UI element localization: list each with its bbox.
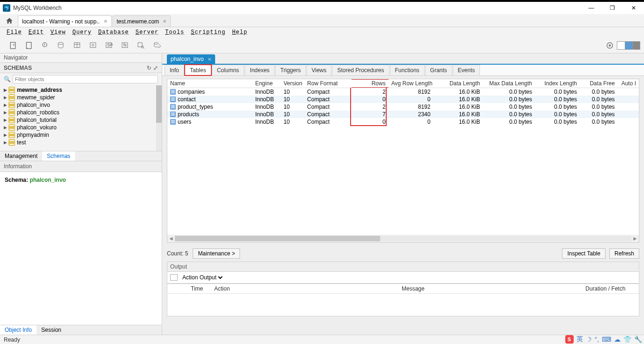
close-icon[interactable]: ✕	[163, 19, 166, 24]
tab-session[interactable]: Session	[37, 325, 66, 335]
schema-item[interactable]: ▶mewme_spider	[0, 94, 162, 101]
col-maxdatalen[interactable]: Max Data Length	[483, 79, 535, 88]
svg-line-17	[143, 47, 144, 48]
tab-views[interactable]: Views	[307, 65, 332, 75]
tab-events[interactable]: Events	[453, 65, 480, 75]
scroll-right-icon[interactable]: ►	[631, 235, 639, 242]
col-autoinc[interactable]: Auto I	[618, 79, 639, 88]
output-view-icon[interactable]	[170, 274, 178, 281]
home-icon[interactable]	[3, 15, 16, 27]
inspect-table-button[interactable]: Inspect Table	[562, 248, 606, 259]
punct-icon[interactable]: °,	[595, 336, 599, 343]
minimize-button[interactable]: —	[581, 2, 602, 14]
maintenance-button[interactable]: Maintenance >	[193, 248, 240, 259]
sql-tab[interactable]: phalcon_invo ✕	[167, 54, 215, 64]
tab-info[interactable]: Info	[165, 65, 184, 75]
schema-item[interactable]: ▶phalcon_tutorial	[0, 116, 162, 124]
sogou-ime-icon[interactable]: S	[565, 335, 574, 344]
col-action[interactable]: Action	[211, 284, 399, 294]
menu-tools[interactable]: Tools	[165, 29, 184, 36]
tab-tables[interactable]: Tables	[185, 65, 211, 75]
tab-schemas[interactable]: Schemas	[42, 151, 75, 161]
schema-item[interactable]: ▶mewme_address	[0, 86, 162, 94]
tab-indexes[interactable]: Indexes	[245, 65, 275, 75]
schema-item[interactable]: ▶phalcon_robotics	[0, 109, 162, 116]
filter-input[interactable]	[13, 75, 158, 83]
tab-grants[interactable]: Grants	[425, 65, 452, 75]
col-time[interactable]: Time	[188, 284, 211, 294]
moon-icon[interactable]: ☽	[586, 336, 592, 343]
menu-database[interactable]: Database	[98, 29, 129, 36]
create-table-icon[interactable]	[72, 40, 82, 51]
keyboard-icon[interactable]: ⌨	[602, 336, 611, 343]
connection-tab-localhost[interactable]: localhost - Warning - not supp.. ✕	[18, 15, 112, 27]
settings-icon[interactable]	[605, 40, 615, 51]
col-name[interactable]: Name	[167, 79, 252, 88]
menu-scripting[interactable]: Scripting	[191, 29, 225, 36]
inspector-icon[interactable]: i	[40, 40, 51, 51]
table-row[interactable]: usersInnoDB10Compact0016.0 KiB0.0 bytes0…	[167, 118, 639, 126]
tab-functions[interactable]: Functions	[390, 65, 425, 75]
table-row[interactable]: contactInnoDB10Compact0016.0 KiB0.0 byte…	[167, 96, 639, 103]
menu-edit[interactable]: Edit	[29, 29, 44, 36]
col-datalen[interactable]: Data Length	[433, 79, 483, 88]
table-row[interactable]: productsInnoDB10Compact7234016.0 KiB0.0 …	[167, 111, 639, 118]
table-row[interactable]: companiesInnoDB10Compact2819216.0 KiB0.0…	[167, 88, 639, 96]
tab-triggers[interactable]: Triggers	[275, 65, 306, 75]
open-sql-icon[interactable]	[24, 40, 35, 51]
maximize-button[interactable]: ❐	[602, 2, 623, 14]
panel-toggle[interactable]	[617, 41, 640, 50]
create-procedure-icon[interactable]: SP	[104, 40, 114, 51]
tables-grid[interactable]: Name Engine Version Row Format Rows Avg …	[167, 79, 639, 235]
close-icon[interactable]: ✕	[208, 57, 211, 62]
col-avgrowlen[interactable]: Avg Row Length	[389, 79, 434, 88]
schema-item[interactable]: ▶phalcon_vokuro	[0, 124, 162, 131]
svg-point-5	[58, 42, 63, 45]
search-table-icon[interactable]	[136, 40, 146, 51]
close-icon[interactable]: ✕	[104, 19, 107, 24]
menu-help[interactable]: Help	[232, 29, 247, 36]
tab-stored-procedures[interactable]: Stored Procedures	[332, 65, 389, 75]
col-rows[interactable]: Rows	[352, 79, 389, 88]
refresh-icon[interactable]: ↻	[147, 65, 151, 71]
wrench-icon[interactable]: 🔧	[634, 336, 642, 343]
table-row[interactable]: product_typesInnoDB10Compact2819216.0 Ki…	[167, 103, 639, 111]
schema-item[interactable]: ▶test	[0, 139, 162, 146]
menu-file[interactable]: File	[7, 29, 22, 36]
navigator-header: Navigator	[0, 53, 162, 63]
reconnect-icon[interactable]	[152, 40, 162, 51]
menu-server[interactable]: Server	[135, 29, 158, 36]
expand-icon[interactable]: ⤢	[153, 65, 158, 71]
refresh-button[interactable]: Refresh	[609, 248, 639, 259]
col-datafree[interactable]: Data Free	[580, 79, 618, 88]
horizontal-scrollbar[interactable]: ◄ ►	[167, 235, 639, 242]
col-duration[interactable]: Duration / Fetch	[583, 284, 639, 294]
skin-icon[interactable]: 👕	[623, 336, 631, 343]
connection-tab-mewme[interactable]: test.mewme.com ✕	[112, 15, 171, 27]
tab-management[interactable]: Management	[0, 151, 42, 161]
close-button[interactable]: ✕	[623, 2, 644, 14]
col-version[interactable]: Version	[281, 79, 304, 88]
tab-object-info[interactable]: Object Info	[0, 325, 37, 335]
col-idxlen[interactable]: Index Length	[535, 79, 580, 88]
scrollbar[interactable]	[156, 85, 162, 151]
sidebar-bottom-tabs: Object Info Session	[0, 325, 162, 335]
menu-query[interactable]: Query	[72, 29, 91, 36]
tab-columns[interactable]: Columns	[212, 65, 244, 75]
subtab-bar: Info Tables Columns Indexes Triggers Vie…	[162, 65, 644, 76]
col-engine[interactable]: Engine	[252, 79, 280, 88]
schema-item[interactable]: ▶phalcon_invo	[0, 101, 162, 109]
cloud-icon[interactable]: ☁	[614, 336, 621, 343]
menu-view[interactable]: View	[51, 29, 66, 36]
create-view-icon[interactable]	[88, 40, 98, 51]
output-grid[interactable]: Time Action Message Duration / Fetch	[167, 284, 639, 316]
create-function-icon[interactable]: fx	[120, 40, 130, 51]
new-sql-tab-icon[interactable]: +	[8, 40, 19, 51]
col-rowformat[interactable]: Row Format	[304, 79, 352, 88]
col-message[interactable]: Message	[399, 284, 583, 294]
output-selector[interactable]: Action Output	[180, 274, 224, 281]
schema-item[interactable]: ▶phpmyadmin	[0, 131, 162, 139]
create-schema-icon[interactable]	[56, 40, 67, 51]
ime-lang-icon[interactable]: 英	[577, 335, 583, 344]
scroll-left-icon[interactable]: ◄	[167, 235, 175, 242]
